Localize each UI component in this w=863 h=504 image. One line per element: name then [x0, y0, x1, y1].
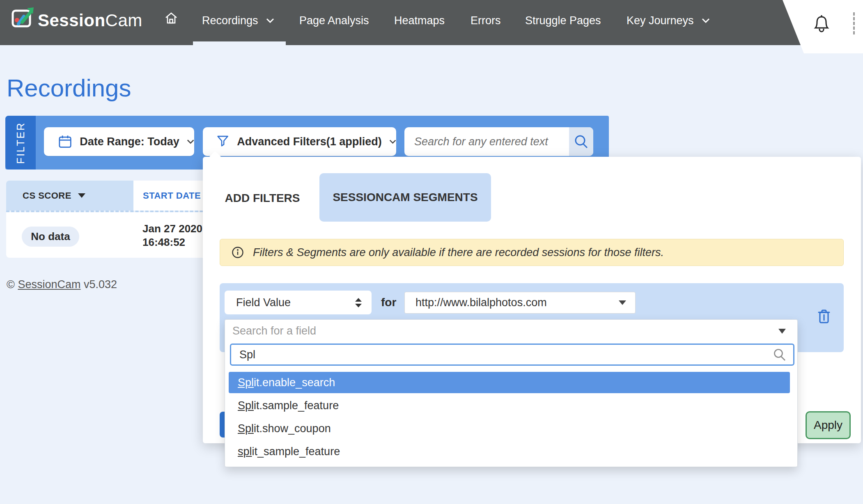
- nav-item-label: Errors: [471, 14, 501, 27]
- delete-filter-button[interactable]: [817, 309, 831, 326]
- version-label: v5.032: [84, 278, 117, 291]
- option-match-text: Spl: [238, 376, 254, 389]
- cs-score-badge: No data: [22, 227, 79, 247]
- tab-sessioncam-segments[interactable]: SESSIONCAM SEGMENTS: [319, 173, 491, 222]
- option-rest-text: it.show_coupon: [254, 422, 331, 435]
- nav-item-label: Recordings: [202, 14, 258, 27]
- start-date-line2: 16:48:52: [142, 236, 205, 249]
- chevron-down-icon: [389, 139, 396, 144]
- nav-item-recordings[interactable]: Recordings: [202, 0, 274, 41]
- panel-pointer: [209, 151, 221, 157]
- search-button[interactable]: [569, 127, 593, 156]
- brand-name-bold: Session: [38, 11, 106, 30]
- option-match-text: Spl: [238, 399, 254, 412]
- search-icon: [773, 348, 787, 362]
- nav-item-struggle-pages[interactable]: Struggle Pages: [525, 0, 601, 41]
- filter-tab-label: FILTER: [15, 121, 27, 163]
- nav-item-label: Key Journeys: [627, 14, 694, 27]
- field-search-box: [230, 344, 794, 366]
- option-rest-text: it.enable_search: [254, 376, 335, 389]
- active-nav-indicator: [193, 41, 286, 45]
- apply-button[interactable]: Apply: [806, 411, 851, 439]
- nav-item-label: Struggle Pages: [525, 14, 601, 27]
- notifications-bell-icon[interactable]: [812, 13, 831, 36]
- filter-vertical-tab[interactable]: FILTER: [5, 116, 36, 170]
- chevron-down-icon: [266, 18, 274, 23]
- top-navbar: SessionCam Recordings Page Analysis Heat…: [0, 0, 863, 45]
- search-icon: [574, 134, 589, 149]
- option-rest-text: it_sample_feature: [252, 445, 340, 458]
- for-label: for: [381, 291, 396, 314]
- field-search-input[interactable]: [231, 348, 773, 361]
- session-search: [404, 127, 593, 156]
- site-select-value: http://www.bilalphotos.com: [415, 296, 619, 309]
- field-select-display[interactable]: Search for a field: [225, 320, 797, 342]
- nav-item-label: Heatmaps: [394, 14, 445, 27]
- sessioncam-link[interactable]: SessionCam: [18, 278, 80, 291]
- brand-wordmark[interactable]: SessionCam: [38, 11, 142, 30]
- footer-copyright: © SessionCam v5.032: [7, 278, 117, 291]
- option-match-text: spl: [238, 445, 252, 458]
- field-type-value: Field Value: [236, 296, 355, 309]
- advanced-filters-label: Advanced Filters(1 applied): [237, 135, 382, 148]
- date-range-button[interactable]: Date Range: Today: [44, 127, 194, 156]
- home-icon[interactable]: [164, 11, 178, 27]
- select-arrow-icon: [619, 300, 626, 305]
- column-header-label: CS SCORE: [23, 190, 71, 201]
- field-select-placeholder: Search for a field: [232, 325, 778, 337]
- drag-handle-icon[interactable]: [853, 12, 855, 34]
- column-header-cs-score[interactable]: CS SCORE: [6, 181, 133, 211]
- nav-item-heatmaps[interactable]: Heatmaps: [394, 0, 445, 41]
- field-type-select[interactable]: Field Value: [225, 291, 372, 314]
- page-title: Recordings: [7, 74, 131, 102]
- site-select[interactable]: http://www.bilalphotos.com: [404, 292, 636, 314]
- dropdown-option[interactable]: split_sample_feature: [229, 441, 790, 462]
- info-icon: [232, 246, 244, 259]
- copyright-symbol: ©: [7, 278, 15, 291]
- funnel-icon: [217, 134, 229, 149]
- dropdown-option[interactable]: Split.sample_feature: [229, 395, 790, 416]
- field-dropdown-panel: Search for a field Split.enable_search S…: [225, 319, 798, 467]
- notice-banner: Filters & Segments are only available if…: [220, 239, 844, 266]
- search-input[interactable]: [404, 127, 569, 156]
- nav-item-errors[interactable]: Errors: [471, 0, 501, 41]
- nav-item-page-analysis[interactable]: Page Analysis: [299, 0, 369, 41]
- dropdown-option[interactable]: Split.show_coupon: [229, 418, 790, 439]
- recordings-page: SessionCam Recordings Page Analysis Heat…: [0, 0, 863, 504]
- sessioncam-logo-icon[interactable]: [11, 7, 34, 30]
- nav-item-label: Page Analysis: [299, 14, 369, 27]
- select-stepper-icon: [355, 298, 362, 307]
- dropdown-option[interactable]: Split.enable_search: [229, 372, 790, 393]
- start-date-line1: Jan 27 2020,: [142, 222, 205, 236]
- sort-descending-icon: [78, 193, 85, 198]
- option-match-text: Spl: [238, 422, 254, 435]
- brand-name-light: Cam: [106, 11, 142, 30]
- nav-item-key-journeys[interactable]: Key Journeys: [627, 0, 710, 41]
- calendar-icon: [59, 134, 71, 149]
- option-rest-text: it.sample_feature: [254, 399, 339, 412]
- advanced-filters-button[interactable]: Advanced Filters(1 applied): [203, 127, 396, 156]
- date-range-label: Date Range: Today: [80, 135, 179, 148]
- notice-text: Filters & Segments are only available if…: [253, 246, 664, 259]
- select-arrow-icon: [778, 329, 786, 334]
- tab-add-filters[interactable]: ADD FILTERS: [223, 186, 301, 211]
- chevron-down-icon: [702, 18, 710, 23]
- column-header-label[interactable]: START DATE: [143, 190, 201, 201]
- trash-icon: [817, 309, 831, 324]
- start-date-value: Jan 27 2020, 16:48:52: [142, 222, 205, 249]
- chevron-down-icon: [187, 139, 194, 144]
